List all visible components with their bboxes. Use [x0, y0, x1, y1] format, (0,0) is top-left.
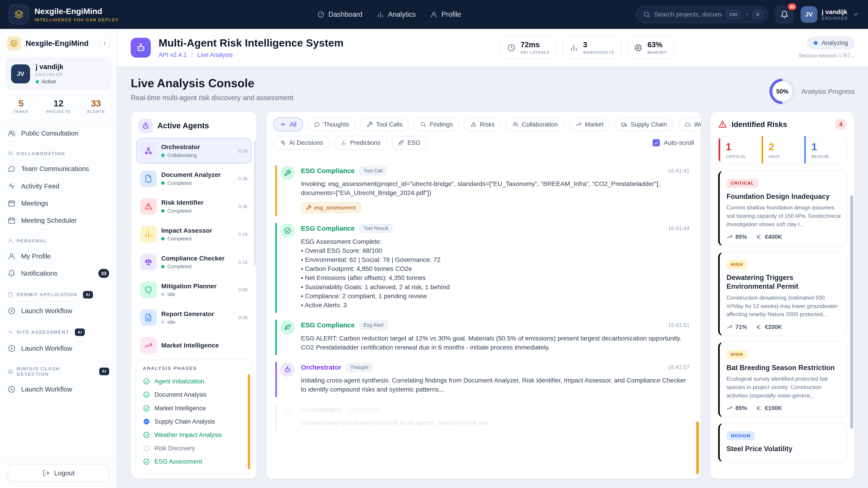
filter-chip-weather[interactable]: Weather: [678, 118, 701, 131]
sidebar-item-launch-workflow-bim[interactable]: Launch Workflow: [0, 381, 117, 398]
summary-critical: 1CRITICAL: [719, 136, 761, 163]
message-time: 16:41:44: [668, 225, 690, 232]
filter-chip-supply-chain[interactable]: Supply Chain: [615, 118, 674, 131]
sidebar-scroll-area[interactable]: Public Consultation COLLABORATION Team C…: [0, 121, 117, 457]
sidebar-item-team-communications[interactable]: Team Communications: [0, 160, 117, 177]
nav-profile[interactable]: Profile: [430, 10, 461, 19]
filter-chip-tool-calls[interactable]: Tool Calls: [360, 118, 409, 131]
logout-button[interactable]: Logout: [8, 464, 109, 482]
agent-row-mitigation-planner[interactable]: Mitigation PlannerIdle 0.0k: [136, 277, 252, 302]
agents-list[interactable]: OrchestratorCollaborating 0.1k Document …: [131, 138, 256, 359]
sidebar-item-my-profile[interactable]: My Profile: [0, 248, 117, 265]
filter-chip-findings[interactable]: Findings: [414, 118, 459, 131]
agent-row-orchestrator[interactable]: OrchestratorCollaborating 0.1k: [136, 138, 252, 164]
ai-badge: AI: [83, 291, 93, 298]
sidebar-collapse-button[interactable]: [99, 38, 110, 49]
sidebar-item-meeting-scheduler[interactable]: Meeting Scheduler: [0, 212, 117, 229]
bell-icon: [8, 269, 16, 277]
main-area: Multi-Agent Risk Intelligence System API…: [117, 29, 868, 488]
agents-scrollbar[interactable]: [254, 140, 256, 265]
agent-row-impact-assessor[interactable]: Impact AssessorCompleted 0.1k: [136, 221, 252, 247]
search-input[interactable]: [654, 11, 722, 18]
message-text: ESG ALERT: Carbon reduction target at 12…: [301, 334, 689, 352]
stat-api-latency: 72msAPI LATENCY: [500, 36, 557, 59]
agent-row-document-analyzer[interactable]: Document AnalyzerCompleted 0.3k: [136, 166, 252, 191]
filter-chip-esg[interactable]: ESG: [392, 136, 427, 150]
sidebar-item-activity-feed[interactable]: Activity Feed: [0, 177, 117, 195]
agent-row-report-generator[interactable]: Report GeneratorIdle 0.0k: [136, 305, 252, 330]
agent-name: Risk Identifier: [161, 199, 234, 206]
sidebar-item-launch-workflow-site[interactable]: Launch Workflow: [0, 340, 117, 357]
notifications-button[interactable]: 35: [775, 5, 794, 24]
risks-header: Identified Risks 4: [710, 112, 854, 135]
agent-row-market-intelligence[interactable]: Market Intelligence: [136, 332, 252, 358]
stat-memory: 63%MEMORY: [627, 36, 674, 59]
sidebar-item-public-consultation[interactable]: Public Consultation: [0, 125, 117, 142]
risk-card-steel-price[interactable]: MEDIUM Steel Price Volatility: [718, 423, 847, 462]
live-analysis-link[interactable]: Live Analysis: [197, 51, 232, 59]
app-root: Nexgile-EngiMind INTELLIGENCE YOU CAN DE…: [0, 0, 868, 488]
check-circle-icon: [280, 223, 295, 238]
risk-card-foundation[interactable]: CRITICAL Foundation Design Inadequacy Cu…: [718, 170, 847, 246]
active-agents-panel: Active Agents OrchestratorCollaborating …: [131, 111, 257, 479]
shield-icon: [140, 282, 157, 298]
check-circle-icon: [143, 391, 150, 398]
phases-scrollbar[interactable]: [248, 375, 250, 469]
risk-card-dewatering[interactable]: HIGH Dewatering Triggers Environmental P…: [718, 252, 847, 336]
filter-chip-collaboration[interactable]: Collaboration: [506, 118, 564, 131]
global-search[interactable]: Ctrl + K: [636, 6, 768, 23]
message-agent: Orchestrator: [301, 406, 341, 414]
cloud-icon: [685, 121, 691, 127]
agent-status: Completed: [161, 236, 234, 242]
agent-row-compliance-checker[interactable]: Compliance CheckerCompleted 0.1k: [136, 249, 252, 275]
feed-scrollbar[interactable]: [696, 421, 699, 474]
severity-badge: MEDIUM: [726, 431, 755, 440]
agent-status: Collaborating: [161, 153, 234, 158]
page-header: Multi-Agent Risk Intelligence System API…: [117, 29, 868, 67]
message-type-badge: Collaboration: [346, 405, 384, 414]
filter-chip-market[interactable]: Market: [569, 118, 610, 131]
risk-title: Dewatering Triggers Environmental Permit: [726, 273, 842, 291]
notifications-count-badge: 35: [787, 2, 797, 11]
sidebar-user-card: JV j vandijk ENGINEER Active: [6, 57, 112, 91]
section-collaboration: COLLABORATION: [0, 142, 117, 160]
sidebar-item-notifications[interactable]: Notifications33: [0, 265, 117, 282]
autoscroll-checkbox[interactable]: [653, 139, 660, 147]
sidebar-avatar: JV: [11, 64, 30, 84]
filter-chip-ai-decisions[interactable]: AI Decisions: [273, 136, 330, 150]
users-icon: [8, 129, 16, 137]
brand: Nexgile-EngiMind INTELLIGENCE YOU CAN DE…: [9, 4, 143, 25]
section-bim-gis-clash-detection: BIM/GIS CLASH DETECTIONAI: [0, 357, 117, 381]
agents-header: Active Agents: [131, 112, 256, 138]
sidebar-item-launch-workflow-permit[interactable]: Launch Workflow: [0, 302, 117, 320]
risk-cost: €100K: [756, 405, 782, 412]
filter-chip-predictions[interactable]: Predictions: [334, 136, 387, 150]
activity-icon: [8, 329, 13, 335]
sparkle-icon: [280, 140, 286, 146]
euro-icon: [756, 234, 762, 240]
agent-row-risk-identifier[interactable]: Risk IdentifierCompleted 0.3k: [136, 194, 252, 219]
feed-message-thought: OrchestratorThought16:41:57 Initiating c…: [275, 363, 689, 394]
risks-list[interactable]: CRITICAL Foundation Design Inadequacy Cu…: [710, 170, 854, 479]
user-menu[interactable]: JV j vandijk ENGINEER: [801, 6, 859, 23]
feed-messages[interactable]: ESG ComplianceTool Call16:41:41 Invoking…: [267, 155, 701, 479]
risk-card-bat-breeding[interactable]: HIGH Bat Breeding Season Restriction Eco…: [718, 342, 847, 418]
calendar-icon: [8, 199, 16, 207]
live-feed-panel: All Thoughts Tool Calls Findings Risks C…: [266, 111, 701, 479]
main-nav: Dashboard Analytics Profile: [317, 10, 461, 19]
filter-chip-risks[interactable]: Risks: [464, 118, 501, 131]
autoscroll-toggle[interactable]: Auto-scroll: [653, 139, 694, 147]
filter-chip-all[interactable]: All: [273, 118, 303, 131]
phase-esg-assessment: ESG Assessment: [143, 455, 245, 468]
agent-status: Completed: [161, 264, 234, 269]
filter-chip-thoughts[interactable]: Thoughts: [307, 118, 355, 131]
stat-tasks: 5TASKS: [2, 98, 40, 114]
activity-icon: [8, 182, 16, 190]
nav-dashboard[interactable]: Dashboard: [317, 10, 363, 19]
nav-analytics[interactable]: Analytics: [377, 10, 416, 19]
agent-status: Completed: [161, 208, 234, 214]
stat-projects: 12PROJECTS: [40, 98, 77, 114]
warning-icon: [470, 121, 476, 127]
risks-scrollbar[interactable]: [850, 195, 853, 429]
sidebar-item-meetings[interactable]: Meetings: [0, 195, 117, 212]
